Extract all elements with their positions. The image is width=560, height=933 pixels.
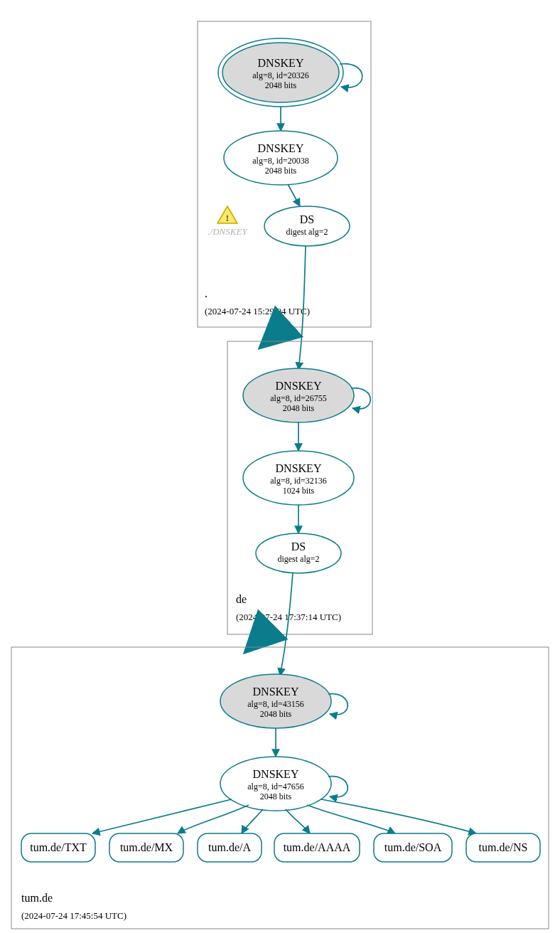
svg-text:DNSKEY: DNSKEY	[253, 768, 299, 780]
svg-text:DNSKEY: DNSKEY	[258, 142, 304, 154]
rrset-soa: tum.de/SOA	[374, 833, 452, 862]
svg-text:2048 bits: 2048 bits	[265, 80, 297, 90]
svg-point-21	[256, 533, 341, 573]
rrset-ns: tum.de/NS	[466, 833, 540, 862]
edge-zsk-soa	[307, 805, 395, 833]
svg-text:tum.de/MX: tum.de/MX	[120, 841, 173, 853]
svg-text:2048 bits: 2048 bits	[260, 791, 292, 801]
svg-text:tum.de/TXT: tum.de/TXT	[30, 841, 87, 853]
edge-de-ds-tum-ksk	[280, 572, 293, 676]
svg-text:DS: DS	[300, 213, 314, 225]
svg-text:alg=8, id=43156: alg=8, id=43156	[247, 699, 304, 709]
svg-text:DS: DS	[291, 540, 306, 553]
node-de-zsk: DNSKEY alg=8, id=32136 1024 bits	[243, 451, 354, 505]
edge-root-zsk-ds	[288, 184, 300, 206]
node-root-zsk: DNSKEY alg=8, id=20038 2048 bits	[224, 131, 338, 185]
svg-text:DNSKEY: DNSKEY	[276, 462, 322, 474]
rrset-aaaa: tum.de/AAAA	[274, 833, 360, 862]
rrset-a: tum.de/A	[198, 833, 262, 862]
svg-text:2048 bits: 2048 bits	[283, 403, 315, 413]
node-de-ds: DS digest alg=2	[256, 533, 341, 573]
warning-icon: !	[217, 206, 237, 223]
svg-text:alg=8, id=32136: alg=8, id=32136	[270, 476, 327, 486]
svg-text:DNSKEY: DNSKEY	[253, 686, 299, 698]
zone-tum-label: tum.de	[21, 892, 53, 904]
svg-text:1024 bits: 1024 bits	[283, 486, 315, 496]
zone-tum-timestamp: (2024-07-24 17:45:54 UTC)	[21, 910, 126, 921]
edge-zsk-ns	[321, 799, 476, 833]
svg-text:2048 bits: 2048 bits	[260, 709, 292, 719]
dnssec-graph: . (2024-07-24 15:29:04 UTC) DNSKEY alg=8…	[0, 0, 560, 933]
edge-zsk-a	[242, 809, 263, 833]
node-tum-zsk: DNSKEY alg=8, id=47656 2048 bits	[220, 757, 331, 811]
svg-text:digest alg=2: digest alg=2	[277, 554, 319, 564]
edge-root-to-de-box	[261, 327, 283, 347]
node-root-ds: DS digest alg=2	[264, 206, 350, 246]
edge-de-to-tum-box	[246, 634, 263, 651]
edge-zsk-mx	[178, 805, 249, 833]
node-root-ksk: DNSKEY alg=8, id=20326 2048 bits	[218, 38, 343, 107]
zone-de-label: de	[236, 593, 247, 605]
svg-text:tum.de/SOA: tum.de/SOA	[384, 841, 442, 853]
svg-text:DNSKEY: DNSKEY	[276, 380, 322, 392]
svg-text:alg=8, id=20326: alg=8, id=20326	[252, 70, 309, 80]
svg-text:tum.de/A: tum.de/A	[208, 841, 251, 853]
svg-text:2048 bits: 2048 bits	[265, 166, 297, 176]
rrset-txt: tum.de/TXT	[21, 833, 95, 862]
svg-text:digest alg=2: digest alg=2	[286, 227, 328, 237]
node-de-ksk: DNSKEY alg=8, id=26755 2048 bits	[243, 368, 354, 422]
edge-zsk-txt	[92, 799, 232, 833]
svg-text:DNSKEY: DNSKEY	[258, 57, 304, 69]
svg-text:tum.de/AAAA: tum.de/AAAA	[284, 841, 351, 853]
edge-zsk-aaaa	[286, 809, 310, 833]
svg-text:!: !	[226, 213, 229, 223]
zone-root-timestamp: (2024-07-24 15:29:04 UTC)	[205, 306, 310, 316]
zone-root-label: .	[205, 287, 208, 299]
warning-label: ./DNSKEY	[208, 226, 248, 237]
node-tum-ksk: DNSKEY alg=8, id=43156 2048 bits	[220, 674, 331, 728]
svg-text:alg=8, id=47656: alg=8, id=47656	[247, 782, 304, 791]
rrset-mx: tum.de/MX	[109, 833, 183, 862]
svg-point-9	[264, 206, 350, 246]
svg-text:alg=8, id=26755: alg=8, id=26755	[270, 393, 327, 403]
svg-text:tum.de/NS: tum.de/NS	[479, 841, 528, 853]
svg-text:alg=8, id=20038: alg=8, id=20038	[252, 156, 309, 166]
